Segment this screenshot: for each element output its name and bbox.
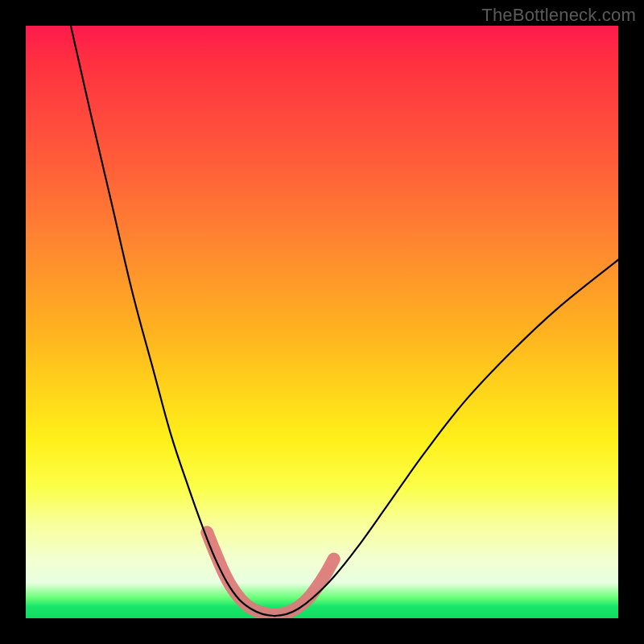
- left-branch-line: [71, 26, 275, 616]
- watermark-text: TheBottleneck.com: [481, 5, 636, 26]
- valley-highlight-line: [207, 532, 334, 614]
- chart-svg: [26, 26, 618, 618]
- chart-frame: TheBottleneck.com: [0, 0, 644, 644]
- chart-plot-area: [26, 26, 618, 618]
